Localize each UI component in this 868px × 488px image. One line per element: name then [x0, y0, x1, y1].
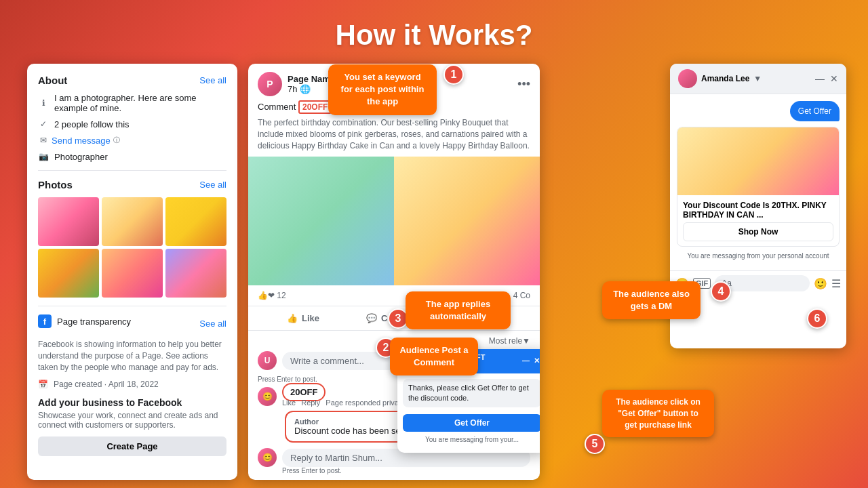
send-message-row[interactable]: ✉ Send message ⓘ	[38, 135, 226, 146]
dm-minimize-icon[interactable]: —	[815, 73, 825, 84]
post-author: P Page Name 7h 🌐	[258, 72, 335, 96]
post-time-text: 7h	[288, 84, 297, 94]
callout-5: The audience click on "Get Offer" button…	[602, 390, 714, 437]
step-3-number: 3	[395, 312, 401, 325]
checkmark-icon: ✓	[38, 119, 49, 129]
fb-logo: f	[38, 314, 52, 328]
dm-product-info: Your Discount Code Is 20THX. PINKY BIRTH…	[677, 195, 839, 247]
transparency-description: Facebook is showing information to help …	[38, 339, 226, 373]
dm-header: Amanda Lee ▼ — ✕	[670, 64, 846, 94]
dm-emoji-picker-icon[interactable]: 🙂	[814, 277, 827, 290]
post-image	[248, 157, 540, 285]
chat-body: Thanks, please click Get Offer to get th…	[397, 373, 540, 453]
step-badge-4: 4	[711, 281, 731, 302]
callout-4-text: The audience also gets a DM	[613, 289, 690, 311]
page-transparency-title: Page transparency	[57, 317, 131, 327]
step-badge-1: 1	[443, 64, 464, 85]
like-button[interactable]: 👍 Like	[258, 309, 349, 327]
dm-close-icon[interactable]: ✕	[830, 73, 838, 84]
create-page-button[interactable]: Create Page	[38, 436, 226, 456]
like-label: Like	[302, 313, 319, 323]
photo-1[interactable]	[38, 197, 99, 246]
page-created-text: Page created · April 18, 2022	[54, 380, 159, 389]
step-badge-5: 5	[585, 434, 605, 454]
about-title: About	[38, 75, 67, 86]
step-badge-6: 6	[807, 308, 827, 329]
photo-4[interactable]	[38, 249, 99, 298]
photos-see-all[interactable]: See all	[199, 180, 226, 190]
callout-1: You set a keyword for each post within t…	[328, 64, 437, 115]
photographer-label: Photographer	[54, 152, 108, 162]
dm-dropdown-icon[interactable]: ▼	[753, 74, 762, 83]
user-avatar-small: U	[258, 351, 277, 370]
dm-product-card: Your Discount Code Is 20THX. PINKY BIRTH…	[677, 127, 840, 247]
photo-5[interactable]	[102, 249, 163, 298]
post-image-left	[248, 157, 394, 285]
dm-get-offer-bubble: Get Offer	[790, 101, 840, 121]
photo-6[interactable]	[165, 249, 226, 298]
chat-minimize-icon[interactable]: —	[522, 357, 530, 365]
camera-icon: 📷	[38, 151, 49, 162]
comment-icon: 💬	[366, 313, 377, 323]
photo-grid	[38, 197, 226, 298]
comment-text: Comment	[258, 102, 296, 112]
martin-avatar: 😊	[258, 448, 277, 467]
page-transparency-row: f Page transparency	[38, 314, 131, 328]
dm-controls: — ✕	[815, 73, 838, 84]
post-description: The perfect birthday combination. Our be…	[248, 117, 540, 157]
chat-controls: — ✕	[522, 357, 540, 365]
about-see-all[interactable]: See all	[199, 75, 226, 85]
dm-you-message: You are messaging from your personal acc…	[677, 252, 840, 260]
dm-product-title: Your Discount Code Is 20THX. PINKY BIRTH…	[683, 201, 833, 220]
callout-3: The app replies automatically	[406, 291, 511, 329]
add-business-desc: Showcase your work, connect and create a…	[38, 411, 226, 430]
chat-from-text: You are messaging from your...	[403, 436, 540, 443]
facebook-post-panel: P Page Name 7h 🌐 ••• Comment 20OFF to ge…	[248, 64, 540, 480]
globe-icon: 🌐	[300, 84, 311, 94]
photos-title: Photos	[38, 179, 73, 190]
post-image-right	[394, 157, 540, 285]
author-avatar: P	[258, 72, 282, 96]
chat-close-icon[interactable]: ✕	[534, 357, 540, 365]
dm-body: Get Offer Your Discount Code Is 20THX. P…	[670, 94, 846, 270]
about-item-2: ✓ 2 people follow this	[38, 119, 226, 129]
send-message-label: Send message	[52, 136, 111, 146]
reply-link[interactable]: Reply	[301, 399, 320, 407]
dm-avatar	[678, 69, 697, 88]
facebook-page-sidebar: About See all ℹ I am a photographer. Her…	[27, 64, 237, 480]
sort-label: Most rele	[489, 336, 522, 346]
comments-count: 4 Co	[513, 291, 530, 300]
photo-3[interactable]	[165, 197, 226, 246]
dm-more-icon[interactable]: ☰	[831, 277, 841, 290]
callout-5-text: The audience click on "Get Offer" button…	[616, 397, 701, 430]
chat-reply-message: Thanks, please click Get Offer to get th…	[403, 379, 540, 408]
transparency-see-all[interactable]: See all	[199, 319, 226, 329]
add-business-title: Add your business to Facebook	[38, 397, 226, 408]
step-4-number: 4	[718, 285, 724, 298]
calendar-icon: 📅	[38, 380, 48, 389]
callout-2: Audience Post a Comment	[390, 338, 478, 375]
message-icon: ✉	[38, 135, 49, 146]
chat-get-offer-button[interactable]: Get Offer	[403, 414, 540, 432]
reply-press-enter: Press Enter to post.	[282, 467, 530, 474]
post-options-icon[interactable]: •••	[517, 77, 530, 92]
step-6-number: 6	[814, 312, 821, 325]
photo-2[interactable]	[102, 197, 163, 246]
info-small-icon: ⓘ	[113, 136, 120, 145]
dm-shop-button[interactable]: Shop Now	[683, 222, 833, 241]
callout-1-text: You set a keyword for each post within t…	[341, 72, 425, 106]
dm-recipient-name: Amanda Lee	[701, 74, 749, 83]
about-text-2: 2 people follow this	[54, 119, 130, 129]
dm-recipient-info: Amanda Lee ▼	[678, 69, 762, 88]
reactions-count: 👍❤ 12	[258, 291, 286, 300]
step-2-number: 2	[383, 342, 389, 354]
photographer-row: 📷 Photographer	[38, 151, 226, 162]
about-item-1: ℹ I am a photographer. Here are some exa…	[38, 93, 226, 113]
commenter-avatar: 😊	[258, 387, 277, 406]
about-text-1: I am a photographer. Here are some examp…	[54, 93, 226, 113]
page-title: How it Works?	[0, 0, 868, 64]
like-reply-link[interactable]: Like	[282, 399, 296, 407]
page-created-row: 📅 Page created · April 18, 2022	[38, 380, 226, 389]
post-keyword: 20OFF	[298, 100, 332, 114]
like-icon: 👍	[287, 313, 298, 323]
